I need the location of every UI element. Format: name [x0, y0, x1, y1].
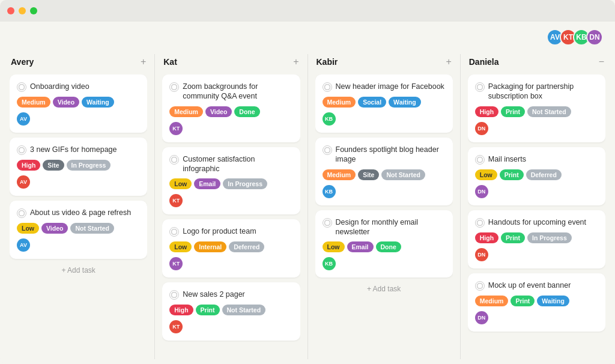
tag-site[interactable]: Site: [358, 169, 379, 180]
card-card-3[interactable]: About us video & page refreshLowVideoNot…: [10, 201, 147, 259]
tag-video[interactable]: Video: [205, 106, 232, 117]
tag-in-progress[interactable]: In Progress: [67, 160, 111, 171]
card-title-text: Logo for product team: [183, 226, 256, 236]
tag-not-started[interactable]: Not Started: [381, 169, 425, 180]
card-card-12[interactable]: Mail insertsLowPrintDeferredDN: [468, 147, 605, 205]
card-footer: KT: [169, 257, 292, 270]
tag-internal[interactable]: Internal: [194, 241, 226, 252]
tag-deferred[interactable]: Deferred: [526, 169, 562, 180]
tag-low[interactable]: Low: [169, 178, 192, 189]
card-title-text: Mail inserts: [488, 154, 526, 164]
tag-site[interactable]: Site: [43, 160, 64, 171]
tag-not-started[interactable]: Not Started: [527, 106, 571, 117]
tag-print[interactable]: Print: [196, 305, 220, 315]
tag-medium[interactable]: Medium: [169, 106, 203, 117]
tag-low[interactable]: Low: [17, 223, 39, 234]
card-card-10[interactable]: Design for monthly email newsletterLowEm…: [315, 210, 453, 278]
tag-video[interactable]: Video: [41, 223, 68, 234]
card-footer: KB: [323, 112, 446, 126]
tag-not-started[interactable]: Not Started: [222, 305, 266, 315]
tag-done[interactable]: Done: [234, 106, 259, 117]
card-tags: MediumSiteNot Started: [323, 169, 446, 180]
card-card-1[interactable]: Onboarding videoMediumVideoWaitingAV: [10, 74, 147, 133]
card-check-icon[interactable]: [169, 82, 179, 92]
card-check-icon[interactable]: [475, 281, 485, 291]
svg-point-5: [172, 229, 177, 235]
tag-high[interactable]: High: [475, 106, 498, 117]
tag-high[interactable]: High: [17, 160, 40, 171]
tag-waiting[interactable]: Waiting: [537, 296, 569, 306]
card-check-icon[interactable]: [17, 208, 26, 218]
card-check-icon[interactable]: [323, 82, 332, 92]
tag-email[interactable]: Email: [194, 178, 220, 189]
column-avery: Avery+Onboarding videoMediumVideoWaiting…: [10, 54, 147, 359]
card-card-9[interactable]: Founders spotlight blog header imageMedi…: [315, 138, 453, 205]
card-card-4[interactable]: Zoom backgrounds for community Q&A event…: [162, 74, 300, 142]
tag-waiting[interactable]: Waiting: [389, 97, 421, 108]
tag-done[interactable]: Done: [376, 241, 401, 252]
svg-point-8: [324, 148, 330, 153]
tag-low[interactable]: Low: [169, 241, 192, 252]
tag-medium[interactable]: Medium: [323, 169, 356, 180]
card-footer: DN: [475, 311, 598, 324]
tag-print[interactable]: Print: [501, 232, 525, 243]
minimize-button[interactable]: [19, 7, 26, 14]
card-check-icon[interactable]: [169, 227, 179, 237]
tag-waiting[interactable]: Waiting: [82, 97, 114, 108]
card-check-icon[interactable]: [475, 218, 485, 228]
column-add-kabir[interactable]: +: [446, 56, 451, 67]
card-check-icon[interactable]: [17, 145, 26, 155]
app-window: AV KT KB DN Avery+Onboarding videoMedium…: [0, 0, 615, 364]
card-card-11[interactable]: Packaging for partnership subscription b…: [468, 74, 605, 142]
tag-deferred[interactable]: Deferred: [229, 241, 264, 252]
card-card-8[interactable]: New header image for FacebookMediumSocia…: [315, 74, 453, 133]
close-button[interactable]: [7, 7, 14, 14]
tag-print[interactable]: Print: [510, 296, 535, 306]
tag-in-progress[interactable]: In Progress: [527, 232, 572, 243]
card-card-14[interactable]: Mock up of event bannerMediumPrintWaitin…: [468, 273, 605, 332]
column-title-kat: Kat: [163, 57, 177, 67]
tag-not-started[interactable]: Not Started: [70, 223, 114, 234]
column-add-daniela[interactable]: −: [599, 56, 604, 67]
add-task-avery[interactable]: + Add task: [10, 264, 147, 277]
tag-medium[interactable]: Medium: [17, 97, 50, 108]
card-tags: MediumPrintWaiting: [475, 296, 598, 306]
tag-in-progress[interactable]: In Progress: [223, 178, 267, 189]
column-add-avery[interactable]: +: [141, 56, 146, 67]
card-card-7[interactable]: New sales 2 pagerHighPrintNot StartedKT: [162, 282, 300, 341]
card-card-2[interactable]: 3 new GIFs for homepageHighSiteIn Progre…: [10, 138, 147, 196]
card-check-icon[interactable]: [475, 155, 485, 165]
avatar: DN: [475, 311, 488, 324]
tag-social[interactable]: Social: [358, 97, 386, 108]
column-divider: [308, 54, 308, 359]
tag-video[interactable]: Video: [53, 97, 79, 108]
column-divider: [460, 54, 461, 359]
card-check-icon[interactable]: [323, 218, 332, 228]
avatar: KB: [323, 112, 336, 126]
card-check-icon[interactable]: [475, 82, 485, 92]
column-title-daniela: Daniela: [469, 57, 499, 67]
card-card-13[interactable]: Handouts for upcoming eventHighPrintIn P…: [468, 210, 605, 268]
card-check-icon[interactable]: [169, 290, 179, 300]
column-add-kat[interactable]: +: [293, 56, 298, 67]
tag-medium[interactable]: Medium: [323, 97, 356, 108]
card-tags: LowInternalDeferred: [169, 241, 292, 252]
card-title-text: 3 new GIFs for homepage: [30, 145, 117, 154]
card-card-5[interactable]: Customer satisfaction infographicLowEmai…: [162, 147, 300, 215]
maximize-button[interactable]: [30, 7, 37, 14]
add-task-kabir[interactable]: + Add task: [315, 282, 453, 296]
avatar: KT: [169, 257, 183, 270]
tag-print[interactable]: Print: [501, 106, 525, 117]
tag-medium[interactable]: Medium: [475, 296, 509, 306]
card-card-6[interactable]: Logo for product teamLowInternalDeferred…: [162, 219, 300, 278]
tag-email[interactable]: Email: [347, 241, 374, 252]
tag-print[interactable]: Print: [500, 169, 524, 180]
card-check-icon[interactable]: [169, 155, 179, 165]
tag-low[interactable]: Low: [475, 169, 497, 180]
card-check-icon[interactable]: [323, 145, 332, 155]
tag-low[interactable]: Low: [323, 241, 345, 252]
tag-high[interactable]: High: [475, 232, 498, 243]
card-footer: KT: [169, 122, 292, 135]
tag-high[interactable]: High: [169, 305, 193, 315]
card-check-icon[interactable]: [17, 82, 26, 92]
